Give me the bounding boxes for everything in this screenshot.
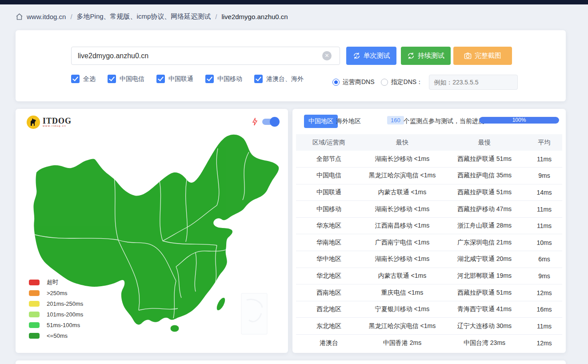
filter-checkbox[interactable]: 中国移动 bbox=[205, 75, 242, 83]
table-cell: 华中地区 bbox=[296, 251, 362, 268]
progress-bar: 100% bbox=[479, 117, 559, 124]
top-navy-bar bbox=[0, 0, 588, 4]
table-cell: 湖南长沙移动 <1ms bbox=[362, 151, 443, 168]
filter-checkbox[interactable]: 中国电信 bbox=[108, 75, 144, 83]
continuous-test-label: 持续测试 bbox=[418, 52, 444, 60]
dog-icon bbox=[27, 116, 40, 129]
filter-checkbox[interactable]: 中国联通 bbox=[156, 75, 193, 83]
dns-options: 运营商DNS 指定DNS： bbox=[332, 75, 518, 90]
table-cell: 浙江舟山联通 28ms bbox=[443, 217, 526, 234]
legend-label: 201ms-250ms bbox=[47, 300, 83, 307]
checkbox-checked-icon bbox=[108, 75, 116, 83]
radio-dot bbox=[332, 79, 340, 86]
legend-swatch bbox=[29, 290, 40, 296]
table-cell: 西南地区 bbox=[296, 284, 362, 301]
table-cell: 11ms bbox=[526, 217, 562, 234]
table-cell: 中国台湾 23ms bbox=[443, 335, 526, 352]
checkbox-label: 中国移动 bbox=[217, 75, 242, 83]
table-row: 西南地区重庆电信 <1ms西藏拉萨联通 51ms12ms bbox=[296, 284, 562, 301]
custom-dns-input[interactable] bbox=[429, 75, 518, 90]
table-cell: 华北地区 bbox=[296, 268, 362, 284]
logo-title: ITDOG bbox=[43, 117, 72, 124]
table-cell: 江西南昌移动 <1ms bbox=[362, 217, 443, 234]
legend-swatch bbox=[29, 312, 40, 317]
single-test-label: 单次测试 bbox=[364, 52, 390, 60]
tab-overseas-region[interactable]: 海外地区 bbox=[332, 115, 365, 128]
isp-checkbox-group: 全选中国电信中国联通中国移动港澳台、海外 bbox=[71, 75, 304, 83]
legend-swatch bbox=[29, 333, 40, 339]
map-card: ITDOG www.itdog.cn bbox=[16, 109, 288, 353]
table-cell: 10ms bbox=[526, 234, 562, 251]
table-cell: 重庆电信 <1ms bbox=[362, 284, 443, 301]
table-row: 全部节点湖南长沙移动 <1ms西藏拉萨联通 51ms11ms bbox=[296, 151, 562, 168]
legend-label: 101ms-200ms bbox=[47, 311, 83, 318]
legend-item: 101ms-200ms bbox=[29, 309, 83, 320]
legend-item: 51ms-100ms bbox=[29, 320, 83, 330]
results-header: 中国地区 海外地区 160 个监测点参与测试，当前进度： 100% bbox=[292, 109, 566, 134]
progress-fill: 100% bbox=[479, 117, 559, 124]
legend-swatch bbox=[29, 280, 40, 285]
checkbox-checked-icon bbox=[205, 75, 214, 83]
table-cell: 西藏拉萨电信 35ms bbox=[443, 168, 526, 184]
table-cell: 中国电信 bbox=[296, 168, 362, 184]
radio-dot bbox=[381, 79, 388, 86]
table-cell: 西藏拉萨联通 51ms bbox=[443, 184, 526, 201]
breadcrumb-separator: / bbox=[215, 13, 217, 20]
svg-text:1: 1 bbox=[356, 54, 357, 57]
breadcrumb: www.itdog.cn / 多地Ping、常规版、icmp协议、网络延迟测试 … bbox=[16, 12, 288, 21]
table-cell: 12ms bbox=[526, 284, 562, 301]
clear-input-icon[interactable]: ✕ bbox=[322, 51, 332, 60]
radio-isp-dns[interactable]: 运营商DNS bbox=[332, 78, 375, 86]
table-cell: 12ms bbox=[526, 335, 562, 352]
table-cell: 东北地区 bbox=[296, 318, 362, 335]
table-cell: 9ms bbox=[526, 168, 562, 184]
table-cell: 中国香港 2ms bbox=[362, 335, 443, 352]
table-cell: 黑龙江哈尔滨电信 <1ms bbox=[362, 318, 443, 335]
checkbox-label: 中国联通 bbox=[168, 75, 193, 83]
full-screenshot-label: 完整截图 bbox=[475, 52, 501, 60]
table-cell: 中国移动 bbox=[296, 201, 362, 218]
table-cell: 内蒙古联通 <1ms bbox=[362, 184, 443, 201]
monitor-count-badge: 160 bbox=[387, 116, 404, 124]
legend-item: <=50ms bbox=[29, 330, 83, 341]
host-input[interactable] bbox=[71, 47, 340, 65]
breadcrumb-target-host: live2dmygo.anzhu0.cn bbox=[221, 13, 288, 20]
table-cell: 华南地区 bbox=[296, 234, 362, 251]
south-china-sea-inset bbox=[241, 293, 267, 334]
checkbox-label: 中国电信 bbox=[120, 75, 144, 83]
legend-swatch bbox=[29, 322, 40, 328]
breadcrumb-test-type[interactable]: 多地Ping、常规版、icmp协议、网络延迟测试 bbox=[77, 12, 211, 21]
table-cell: 湖南长沙移动 <1ms bbox=[362, 251, 443, 268]
radio-custom-dns[interactable]: 指定DNS： bbox=[381, 78, 423, 86]
table-cell: 全部节点 bbox=[296, 151, 362, 168]
filter-checkbox[interactable]: 港澳台、海外 bbox=[254, 75, 304, 83]
table-cell: 16ms bbox=[526, 301, 562, 318]
repeat-icon bbox=[407, 52, 415, 60]
filter-checkbox[interactable]: 全选 bbox=[71, 75, 96, 83]
table-cell: 9ms bbox=[526, 268, 562, 284]
continuous-test-button[interactable]: 持续测试 bbox=[401, 47, 451, 65]
full-screenshot-button[interactable]: 完整截图 bbox=[453, 47, 512, 65]
ping-results-table: 区域/运营商 最快 最慢 平均 全部节点湖南长沙移动 <1ms西藏拉萨联通 51… bbox=[296, 134, 562, 351]
legend-item: >250ms bbox=[29, 288, 83, 298]
table-cell: 港澳台 bbox=[296, 335, 362, 352]
col-header-slowest: 最慢 bbox=[443, 134, 526, 151]
taiwan-island bbox=[215, 296, 227, 312]
table-row: 中国联通内蒙古联通 <1ms西藏拉萨联通 51ms14ms bbox=[296, 184, 562, 201]
col-header-average: 平均 bbox=[526, 134, 562, 151]
table-cell: 河北邯郸联通 19ms bbox=[443, 268, 526, 284]
table-cell: 中国联通 bbox=[296, 184, 362, 201]
table-row: 华北地区内蒙古联通 <1ms河北邯郸联通 19ms9ms bbox=[296, 268, 562, 284]
col-header-fastest: 最快 bbox=[362, 134, 443, 151]
checkbox-checked-icon bbox=[71, 75, 80, 83]
table-cell: 辽宁大连移动 30ms bbox=[443, 318, 526, 335]
table-cell: 华东地区 bbox=[296, 217, 362, 234]
table-row: 华南地区广西南宁电信 <1ms广东深圳电信 21ms10ms bbox=[296, 234, 562, 251]
radio-custom-dns-label: 指定DNS： bbox=[391, 78, 423, 86]
legend-label: 51ms-100ms bbox=[47, 322, 80, 328]
map-animation-toggle[interactable] bbox=[262, 119, 278, 125]
test-control-card: ✕ 1 单次测试 持续测试 完整截图 全选中国电信中国联通中国移动港澳台、海外 … bbox=[16, 30, 566, 101]
breadcrumb-home[interactable]: www.itdog.cn bbox=[27, 13, 66, 20]
single-test-button[interactable]: 1 单次测试 bbox=[346, 47, 396, 65]
legend-item: 201ms-250ms bbox=[29, 298, 83, 309]
